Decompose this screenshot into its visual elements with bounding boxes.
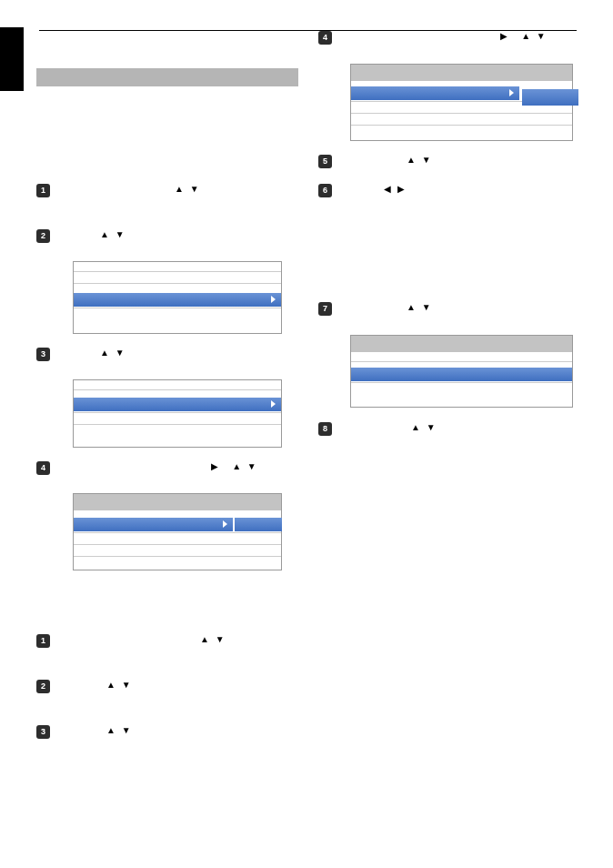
up-icon: ▲	[407, 302, 416, 312]
chevron-right-icon	[271, 400, 276, 408]
down-icon: ▼	[422, 155, 431, 165]
up-icon: ▲	[175, 184, 184, 194]
step-3b: 3	[36, 723, 50, 740]
selected-row[interactable]	[351, 86, 519, 100]
flyout-item[interactable]	[235, 518, 282, 531]
down-icon: ▼	[122, 680, 131, 690]
badge-6: 6	[318, 184, 332, 197]
up-icon: ▲	[200, 634, 209, 644]
step-1: 1	[36, 182, 50, 198]
right-icon: ▶	[397, 184, 405, 194]
chevron-right-icon	[223, 520, 227, 528]
down-icon: ▼	[122, 725, 131, 735]
right-icon: ▶	[500, 31, 507, 41]
down-icon: ▼	[422, 302, 431, 312]
down-icon: ▼	[247, 461, 256, 471]
arrows-up-down[interactable]: ▲ ▼	[105, 725, 133, 735]
badge-1: 1	[36, 184, 50, 197]
right-icon: ▶	[211, 461, 218, 471]
badge-3: 3	[36, 725, 50, 739]
page-tab	[0, 27, 24, 91]
down-icon: ▼	[116, 348, 125, 358]
arrows-left-right[interactable]: ◀ ▶	[382, 184, 407, 194]
selected-row[interactable]	[74, 398, 281, 411]
panel-header	[74, 494, 281, 510]
up-icon: ▲	[411, 422, 420, 432]
step-5: 5	[318, 153, 332, 169]
top-rule	[39, 30, 577, 31]
badge-1: 1	[36, 634, 50, 648]
step-4: 4	[36, 459, 50, 476]
arrows-up-down[interactable]: ▲ ▼	[198, 634, 226, 644]
step-3: 3	[36, 346, 50, 362]
up-icon: ▲	[100, 229, 109, 239]
step-2: 2	[36, 227, 50, 244]
panel-1	[73, 261, 282, 334]
badge-2: 2	[36, 680, 50, 693]
selected-row[interactable]	[74, 518, 233, 531]
panel-header	[351, 65, 572, 81]
badge-8: 8	[318, 422, 332, 436]
down-icon: ▼	[537, 31, 546, 41]
panel-3	[73, 493, 282, 570]
selected-row[interactable]	[74, 293, 281, 307]
section-strip	[36, 68, 298, 86]
up-icon: ▲	[521, 31, 530, 41]
step-8: 8	[318, 420, 332, 437]
arrows-up-down[interactable]: ▲ ▼	[173, 184, 201, 194]
chevron-right-icon	[509, 89, 514, 96]
badge-7: 7	[318, 302, 332, 316]
arrows-up-down[interactable]: ▲ ▼	[409, 422, 437, 432]
down-icon: ▼	[116, 229, 125, 239]
step-6: 6	[318, 182, 332, 198]
arrows-up-down[interactable]: ▲ ▼	[105, 680, 133, 690]
panel-r2	[350, 335, 573, 408]
step-1b: 1	[36, 632, 50, 649]
badge-3: 3	[36, 348, 50, 361]
step-7: 7	[318, 300, 332, 317]
flyout-item[interactable]	[522, 89, 578, 106]
arrows-right-up-down[interactable]: ▶ ▲ ▼	[498, 31, 548, 41]
arrows-up-down[interactable]: ▲ ▼	[98, 229, 126, 239]
badge-4: 4	[318, 31, 332, 45]
selected-row[interactable]	[351, 368, 572, 381]
arrows-right-up-down[interactable]: ▶ ▲ ▼	[209, 461, 258, 471]
step-4r: 4	[318, 29, 332, 45]
chevron-right-icon	[271, 296, 276, 303]
panel-header	[351, 336, 572, 352]
down-icon: ▼	[216, 634, 225, 644]
step-2b: 2	[36, 678, 50, 694]
down-icon: ▼	[427, 422, 436, 432]
badge-2: 2	[36, 229, 50, 243]
up-icon: ▲	[106, 725, 116, 735]
arrows-up-down[interactable]: ▲ ▼	[98, 348, 126, 358]
up-icon: ▲	[232, 461, 241, 471]
badge-4: 4	[36, 461, 50, 475]
left-icon: ◀	[384, 184, 391, 194]
panel-r1	[350, 64, 573, 141]
badge-5: 5	[318, 155, 332, 168]
up-icon: ▲	[100, 348, 109, 358]
arrows-up-down[interactable]: ▲ ▼	[405, 155, 433, 165]
up-icon: ▲	[407, 155, 416, 165]
panel-2	[73, 379, 282, 448]
up-icon: ▲	[106, 680, 116, 690]
arrows-up-down[interactable]: ▲ ▼	[405, 302, 433, 312]
down-icon: ▼	[190, 184, 199, 194]
